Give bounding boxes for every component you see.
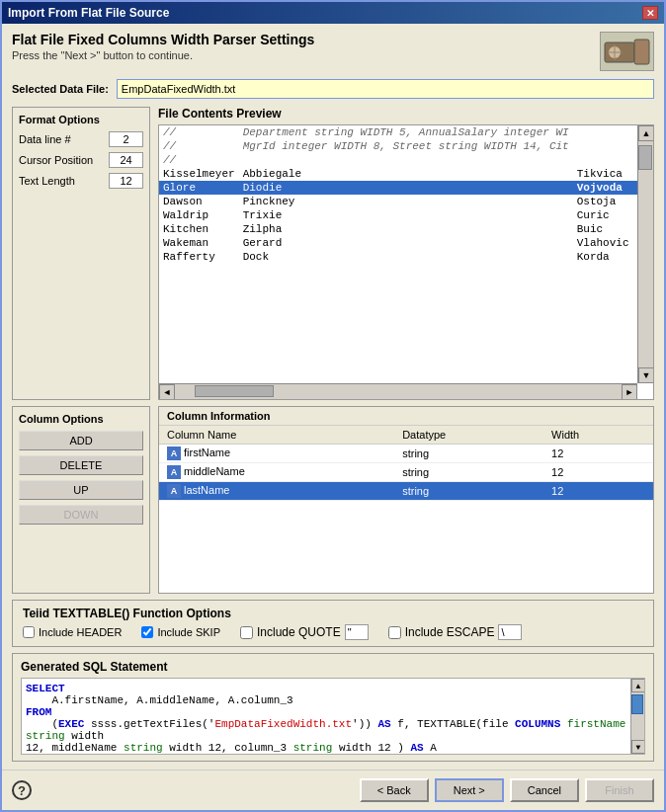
sql-scroll-thumb[interactable]: [631, 694, 643, 714]
preview-cell: Buic: [573, 222, 633, 236]
close-button[interactable]: ✕: [642, 6, 658, 20]
preview-scroll-thumb[interactable]: [638, 145, 652, 170]
help-button[interactable]: ?: [12, 780, 32, 800]
selected-file-label: Selected Data File:: [12, 83, 109, 95]
preview-row[interactable]: GloreDiodieVojvoda9000060 G71000: [159, 181, 637, 195]
preview-cell: Dock: [239, 250, 573, 264]
logo: [600, 32, 654, 71]
preview-cell: Glore: [159, 181, 239, 195]
preview-content: //Department string WIDTH 5, AnnualSalar…: [159, 125, 637, 383]
finish-button: Finish: [585, 778, 654, 802]
preview-container[interactable]: ▲ ▼ ◄ ►: [158, 124, 654, 400]
back-button[interactable]: < Back: [360, 778, 429, 802]
textlen-label: Text Length: [19, 175, 75, 187]
include-escape-input[interactable]: [498, 624, 522, 640]
content-area: Flat File Fixed Columns Width Parser Set…: [2, 24, 664, 770]
header-text: Flat File Fixed Columns Width Parser Set…: [12, 32, 600, 61]
texttable-options: Include HEADER Include SKIP Include QUOT…: [23, 624, 643, 640]
include-escape-option: Include ESCAPE: [388, 624, 523, 640]
preview-cell: Diodie: [239, 181, 573, 195]
window-title: Import From Flat File Source: [8, 6, 169, 20]
preview-scroll-down[interactable]: ▼: [638, 367, 654, 383]
include-quote-input[interactable]: [345, 624, 369, 640]
include-skip-label: Include SKIP: [157, 626, 220, 638]
include-escape-checkbox[interactable]: [388, 626, 401, 639]
include-header-option[interactable]: Include HEADER: [23, 626, 122, 638]
col-info-datatype: string: [394, 463, 543, 482]
texttable-title: Teiid TEXTTABLE() Function Options: [23, 607, 643, 620]
include-quote-option: Include QUOTE: [240, 624, 369, 640]
format-options-box: Format Options Data line # Cursor Positi…: [12, 107, 150, 400]
col-info-header-row: Column Name Datatype Width: [159, 426, 653, 445]
preview-row[interactable]: RaffertyDockKorda9000065 G70000: [159, 250, 637, 264]
preview-row[interactable]: KisselmeyerAbbiegaleTikvica9000059 G6400…: [159, 167, 637, 181]
preview-cell: Kisselmeyer: [159, 167, 239, 181]
header-row: Flat File Fixed Columns Width Parser Set…: [12, 32, 654, 71]
column-info-table: Column Name Datatype Width AfirstNamestr…: [159, 426, 653, 501]
format-options-title: Format Options: [19, 114, 143, 125]
preview-row[interactable]: //: [159, 153, 637, 167]
preview-cell: Vlahovic: [573, 236, 633, 250]
preview-cell: MgrId integer WIDTH 8, Street string WID…: [239, 139, 573, 153]
preview-cell: Zilpha: [239, 222, 573, 236]
preview-hscrollbar[interactable]: ◄ ►: [159, 383, 637, 399]
file-preview-title: File Contents Preview: [158, 107, 654, 121]
dataline-input[interactable]: [109, 131, 143, 147]
col-info-row[interactable]: AmiddleNamestring12: [159, 463, 653, 482]
preview-hscroll-right[interactable]: ►: [622, 384, 637, 400]
selected-file-input[interactable]: [117, 79, 654, 99]
preview-row[interactable]: //MgrId integer WIDTH 8, Street string W…: [159, 139, 637, 153]
column-info-container: Column Information Column Name Datatype …: [158, 406, 654, 594]
delete-button[interactable]: DELETE: [19, 455, 143, 475]
sql-title: Generated SQL Statement: [21, 660, 645, 674]
add-button[interactable]: ADD: [19, 431, 143, 450]
preview-row[interactable]: WakemanGerardVlahovic9000064 G78000: [159, 236, 637, 250]
preview-cell: Curic: [573, 208, 633, 222]
preview-cell: //: [159, 125, 239, 139]
include-skip-checkbox[interactable]: [141, 626, 153, 638]
preview-cell: Dawson: [159, 195, 239, 208]
include-header-label: Include HEADER: [39, 626, 122, 638]
preview-vscrollbar[interactable]: ▲ ▼: [637, 125, 653, 383]
col-info-row[interactable]: AfirstNamestring12: [159, 445, 653, 463]
svg-rect-1: [634, 40, 649, 64]
preview-hscroll-thumb[interactable]: [195, 385, 274, 397]
cancel-button[interactable]: Cancel: [510, 778, 579, 802]
include-skip-option[interactable]: Include SKIP: [141, 626, 220, 638]
textlen-input[interactable]: [109, 173, 143, 189]
preview-row[interactable]: //Department string WIDTH 5, AnnualSalar…: [159, 125, 637, 139]
cursor-input[interactable]: [109, 152, 143, 168]
preview-scroll-track: [638, 141, 653, 367]
up-button[interactable]: UP: [19, 480, 143, 500]
sql-content: SELECT A.firstName, A.middleName, A.colu…: [21, 678, 645, 755]
col-info-row[interactable]: AlastNamestring12: [159, 482, 653, 501]
col-info-datatype: string: [394, 445, 543, 463]
format-cursor-row: Cursor Position: [19, 152, 143, 168]
sql-vscrollbar[interactable]: ▲ ▼: [630, 679, 644, 754]
col-info-width: 12: [543, 463, 653, 482]
selected-file-row: Selected Data File:: [12, 79, 654, 99]
col-info-name: AmiddleName: [159, 463, 394, 482]
column-info-title: Column Information: [159, 407, 653, 426]
include-quote-label: Include QUOTE: [257, 625, 341, 639]
sql-scroll-track: [631, 692, 644, 740]
main-window: Import From Flat File Source ✕ Flat File…: [0, 0, 666, 812]
preview-hscroll-left[interactable]: ◄: [159, 384, 175, 400]
sql-scroll-down[interactable]: ▼: [631, 740, 645, 754]
preview-cell: Trixie: [239, 208, 573, 222]
include-quote-checkbox[interactable]: [240, 626, 253, 639]
sql-scroll-up[interactable]: ▲: [631, 679, 645, 692]
preview-cell: Ostoja: [573, 195, 633, 208]
preview-cell: Rafferty: [159, 250, 239, 264]
include-header-checkbox[interactable]: [23, 626, 35, 638]
preview-scroll-up[interactable]: ▲: [638, 125, 654, 141]
preview-row[interactable]: DawsonPinckneyOstoja9000061 G71000: [159, 195, 637, 208]
preview-hscroll-track: [175, 384, 622, 399]
bottom-wrapper: Column Options ADD DELETE UP DOWN Column…: [12, 406, 654, 762]
next-button[interactable]: Next >: [435, 778, 504, 802]
preview-row[interactable]: KitchenZilphaBuic9000063 G60000: [159, 222, 637, 236]
preview-row[interactable]: WaldripTrixieCuric9000062 G57000: [159, 208, 637, 222]
preview-cell: Vojvoda: [573, 181, 633, 195]
col-info-width: 12: [543, 445, 653, 463]
preview-cell: Tikvica: [573, 167, 633, 181]
